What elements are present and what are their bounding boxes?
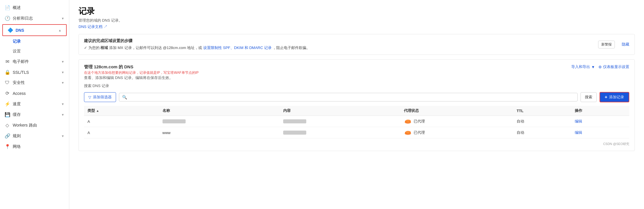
cloud-proxy-icon [404,130,412,135]
sidebar-item-dns[interactable]: 🔷 DNS ▲ [2,24,67,36]
cell-proxy: 已代理 [400,116,513,127]
table-row: A [84,116,629,127]
hide-button[interactable]: 隐藏 [622,42,629,47]
cache-icon: 💾 [5,112,10,117]
sidebar-item-ssl[interactable]: 🔒 SSL/TLS ▼ [0,67,69,78]
dns-annotation: 在这个地方添加你想要的网站记录，记录值就是IP，写宝塔WAF单节点的IP [84,70,571,75]
proxy-label: 已代理 [414,130,425,135]
sidebar-item-label: 概述 [13,5,21,10]
cell-content [280,127,400,138]
page-title: 记录 [79,6,635,17]
col-name[interactable]: 名称 [159,106,280,116]
chevron-down-icon: ▼ [61,71,64,74]
analytics-icon: 🕐 [5,16,10,21]
steps-banner-title: 建议的完成区域设置的步骤 [84,38,593,44]
cell-action: 编辑 [571,116,629,127]
col-ttl[interactable]: TTL [513,106,571,116]
steps-banner: 建议的完成区域设置的步骤 ✓ 为您的 根域 添加 MX 记录，让邮件可以到达 @… [79,34,635,55]
sidebar-item-rules[interactable]: 🔗 规则 ▼ [0,131,69,141]
plus-icon: + [605,95,607,100]
doc-link[interactable]: DNS 记录文档 ↗ [79,24,107,29]
sidebar-item-label: 电子邮件 [13,59,29,64]
cell-type: A [84,116,159,127]
workers-icon: ◇ [5,123,10,128]
sidebar-item-access[interactable]: ⟳ Access [0,88,69,99]
col-proxy[interactable]: 代理状态 [400,106,513,116]
dns-header-actions: 导入和导出 ▼ ⚙ 仪表板显示设置 [571,64,629,69]
sidebar-item-network[interactable]: 📍 网络 [0,141,69,152]
cell-ttl: 自动 [513,116,571,127]
sidebar-item-records[interactable]: 记录 [13,37,69,46]
sidebar-item-label: 安全性 [13,80,25,85]
search-input-wrap: 🔍 [119,93,578,101]
svg-point-3 [406,120,410,122]
proxy-status: 已代理 [404,119,509,124]
search-button[interactable]: 搜索 [580,92,597,102]
chevron-down-icon: ▼ [61,17,64,20]
search-label: 搜索 DNS 记录 [84,83,629,89]
chevron-down-icon: ▼ [61,60,64,63]
ssl-icon: 🔒 [5,69,10,75]
speed-icon: ⚡ [5,101,10,107]
search-area: ▽ 添加筛选器 🔍 搜索 + 添加记录 [84,92,629,102]
chevron-down-icon: ▼ [61,102,64,106]
add-filter-button[interactable]: ▽ 添加筛选器 [84,92,116,102]
steps-banner-text: ✓ 为您的 根域 添加 MX 记录，让邮件可以到达 @128cm.com 地址，… [84,45,593,50]
sidebar-item-settings[interactable]: 设置 [13,46,69,56]
chevron-down-icon: ▼ [61,113,64,116]
steps-banner-content: 建议的完成区域设置的步骤 ✓ 为您的 根域 添加 MX 记录，让邮件可以到达 @… [84,38,593,50]
dns-section-title: 管理 128cm.com 的 DNS [84,64,133,70]
sidebar-item-label: DNS [16,28,24,33]
col-action: 操作 [571,106,629,116]
search-icon: 🔍 [122,95,127,99]
sidebar-item-email[interactable]: ✉ 电子邮件 ▼ [0,56,69,67]
dns-table: 类型 ▲ 名称 内容 代理状态 TTL 操作 A [84,106,629,138]
edit-link[interactable]: 编辑 [575,130,582,135]
proxy-status: 已代理 [404,130,509,135]
sidebar-item-security[interactable]: 🛡 安全性 ▼ [0,78,69,88]
dashboard-settings-button[interactable]: ⚙ 仪表板显示设置 [598,64,629,69]
chevron-up-icon: ▲ [58,29,61,32]
overview-icon: 📄 [5,5,10,10]
chevron-down-icon: ▼ [61,134,64,138]
sidebar-item-label: 速度 [13,101,21,107]
cell-type: A [84,127,159,138]
gear-icon: ⚙ [598,65,602,69]
access-icon: ⟳ [5,91,10,96]
search-input[interactable] [129,95,574,99]
email-icon: ✉ [5,59,10,64]
dns-sub-menu: 记录 设置 [0,37,69,56]
blurred-content [283,131,306,135]
cloud-proxy-icon [404,119,412,124]
main-content: 记录 管理您的域的 DNS 记录。 DNS 记录文档 ↗ 建议的完成区域设置的步… [69,0,644,209]
add-record-button[interactable]: + 添加记录 [600,92,629,102]
cell-name: www [159,127,280,138]
col-type[interactable]: 类型 ▲ [84,106,159,116]
col-content[interactable]: 内容 [280,106,400,116]
sidebar-item-label: SSL/TLS [13,70,29,75]
dns-header-left: 管理 128cm.com 的 DNS 在这个地方添加你想要的网站记录，记录值就是… [84,64,571,80]
import-export-button[interactable]: 导入和导出 ▼ [571,64,595,69]
security-icon: 🛡 [5,80,10,85]
sidebar-item-analytics[interactable]: 🕐 分析和日志 ▼ [0,13,69,24]
cell-action: 编辑 [571,127,629,138]
sidebar-item-label: Access [13,91,26,96]
footer-note: CSDN @SEO研究 [84,142,629,146]
sort-icon: ▲ [96,109,99,112]
dns-icon: 🔷 [8,27,13,33]
spf-dkim-link[interactable]: 设置限制性 SPF、DKIM 和 DMARC 记录 [203,46,272,50]
sidebar-item-speed[interactable]: ⚡ 速度 ▼ [0,99,69,109]
dns-section-header: 管理 128cm.com 的 DNS 在这个地方添加你想要的网站记录，记录值就是… [84,64,629,80]
edit-link[interactable]: 编辑 [575,119,582,123]
sidebar-item-label: 缓存 [13,112,21,117]
sidebar-item-workers[interactable]: ◇ Workers 路由 [0,120,69,131]
dns-section-subtitle: 查看、添加和编辑 DNS 记录。编辑将在保存后生效。 [84,75,571,80]
blurred-name [163,119,186,123]
sidebar-item-overview[interactable]: 📄 概述 [0,2,69,13]
sidebar-item-label: 分析和日志 [13,16,33,21]
new-alert-button[interactable]: 新警报 [598,41,615,48]
chevron-down-icon: ▼ [61,81,64,84]
sidebar-item-cache[interactable]: 💾 缓存 ▼ [0,109,69,120]
svg-point-7 [406,131,410,133]
cell-name [159,116,280,127]
